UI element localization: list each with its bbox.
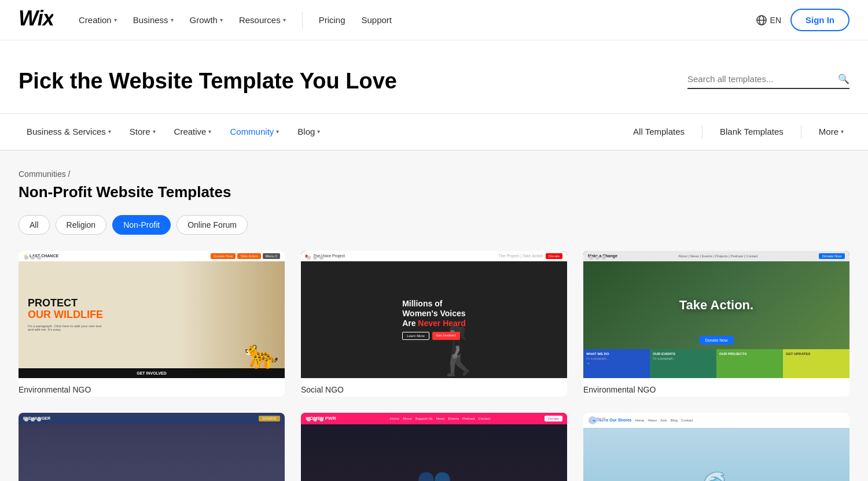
chevron-down-icon: ▾ <box>317 128 320 135</box>
template-nav-text: The Project | Take Action <box>498 254 543 258</box>
cat-divider-2 <box>801 125 801 139</box>
cat-creative[interactable]: Creative ▾ <box>166 122 220 141</box>
template-grid: ⚡ LAST CHANCE Donate Now Take Action Men… <box>19 251 849 481</box>
nav-pricing[interactable]: Pricing <box>312 10 352 29</box>
header-nav: Home About Support Us News Events Podcas… <box>390 417 490 420</box>
language-selector[interactable]: EN <box>756 15 781 25</box>
template-header-bar: ▶ The Voice Project The Project | Take A… <box>301 251 567 261</box>
dot-1 <box>24 417 28 421</box>
template-thumbnail: ▶ The Voice Project The Project | Take A… <box>301 251 567 378</box>
more-link[interactable]: More ▾ <box>813 122 849 141</box>
template-header-buttons: Donate Now Take Action Menu ≡ <box>211 253 280 259</box>
blank-templates-link[interactable]: Blank Templates <box>714 122 789 141</box>
filter-religion[interactable]: Religion <box>56 215 107 235</box>
window-dots <box>19 413 47 426</box>
sign-in-button[interactable]: Sign In <box>790 9 849 31</box>
dot-2 <box>313 256 317 260</box>
page-title: Non-Profit Website Templates <box>19 183 849 201</box>
template-body-text: I'm a paragraph. Click here to add your … <box>28 324 103 331</box>
search-input[interactable] <box>687 74 838 84</box>
svg-text:Wix: Wix <box>19 7 53 29</box>
window-dots <box>301 413 329 426</box>
template-name: Social NGO <box>301 378 567 397</box>
dot-2 <box>595 256 599 260</box>
breadcrumb: Communities / <box>19 169 849 179</box>
search-icon[interactable]: 🔍 <box>838 73 849 84</box>
card-thumb-content: WOMEN PWR Home About Support Us News Eve… <box>301 413 567 481</box>
template-card[interactable]: ⚡ LAST CHANCE Donate Now Take Action Men… <box>19 251 285 397</box>
category-items: Business & Services ▾ Store ▾ Creative ▾… <box>19 122 627 141</box>
all-templates-link[interactable]: All Templates <box>627 122 690 141</box>
nav-support[interactable]: Support <box>355 10 399 29</box>
chevron-down-icon: ▾ <box>208 128 211 135</box>
dot-1 <box>307 417 311 421</box>
nav-growth[interactable]: Growth ▾ <box>183 10 230 29</box>
nav-resources[interactable]: Resources ▾ <box>232 10 293 29</box>
template-card[interactable]: ▶ The Voice Project The Project | Take A… <box>301 251 567 397</box>
cat-business-services[interactable]: Business & Services ▾ <box>19 122 119 141</box>
nav-links: Creation ▾ Business ▾ Growth ▾ Resources… <box>72 10 756 29</box>
template-hero-title: Millions ofWomen's VoicesAre Never Heard <box>402 299 466 328</box>
category-navigation: Business & Services ▾ Store ▾ Creative ▾… <box>0 114 868 151</box>
dot-1 <box>589 417 593 421</box>
chevron-down-icon: ▾ <box>220 17 223 23</box>
grid-get-updates: GET UPDATES <box>783 349 849 378</box>
template-header-bar: Save Our Shores Home About Acts Blog Con… <box>583 413 849 428</box>
donate-btn: DONATE <box>259 416 280 421</box>
dot-2 <box>595 417 599 421</box>
dot-2 <box>31 256 35 260</box>
card-thumb-content: END HUNGER DONATE 👤 EndHunger. <box>19 413 285 481</box>
hero-section: Pick the Website Template You Love 🔍 <box>0 40 868 114</box>
template-card[interactable]: WOMEN PWR Home About Support Us News Eve… <box>301 413 567 481</box>
wave-illustration: 🌊 <box>702 470 731 481</box>
template-hero-image: 👤 EndHunger. <box>19 424 285 481</box>
template-header-bar: ⚡ LAST CHANCE Donate Now Take Action Men… <box>19 251 285 261</box>
category-right: All Templates Blank Templates More ▾ <box>627 122 849 141</box>
dot-2 <box>313 417 317 421</box>
group-illustration: 👥 <box>416 465 452 481</box>
template-header-bar: Make a Change About | News | Events | Pr… <box>583 251 849 261</box>
learn-more-btn: Learn More <box>402 332 429 340</box>
template-hero-title: Take Action. <box>679 298 753 313</box>
chevron-down-icon: ▾ <box>276 128 279 135</box>
filter-tabs: All Religion Non-Profit Online Forum <box>19 215 849 235</box>
template-thumbnail: WOMEN PWR Home About Support Us News Eve… <box>301 413 567 481</box>
template-hero-image: 👥 <box>301 424 567 481</box>
template-hero-title: PROTECTOUR WILDLIFE <box>28 298 275 321</box>
template-card[interactable]: Make a Change About | News | Events | Pr… <box>583 251 849 397</box>
template-hero-text: Millions ofWomen's VoicesAre Never Heard… <box>391 287 477 351</box>
grid-our-events: OUR EVENTS I'm a paragraph... <box>650 349 716 378</box>
cat-store[interactable]: Store ▾ <box>122 122 164 141</box>
dot-1 <box>24 256 28 260</box>
filter-all[interactable]: All <box>19 215 50 235</box>
grid-what-we-do: WHAT WE DO I'm a paragraph... → <box>583 349 650 378</box>
filter-nonprofit[interactable]: Non-Profit <box>112 215 171 235</box>
nav-divider <box>302 12 303 28</box>
template-card[interactable]: END HUNGER DONATE 👤 EndHunger. <box>19 413 285 481</box>
breadcrumb-separator: / <box>68 169 71 179</box>
wix-logo[interactable]: Wix <box>19 7 53 33</box>
cat-blog[interactable]: Blog ▾ <box>289 122 328 141</box>
action-btn: Take Action <box>237 253 261 259</box>
breadcrumb-parent[interactable]: Communities <box>19 169 66 179</box>
template-cta: GET INVOLVED <box>19 368 285 378</box>
search-wrapper: 🔍 <box>687 73 849 89</box>
top-navigation: Wix Creation ▾ Business ▾ Growth ▾ Resou… <box>0 0 868 40</box>
nav-business[interactable]: Business ▾ <box>126 10 181 29</box>
template-thumbnail: Save Our Shores Home About Acts Blog Con… <box>583 413 849 481</box>
cat-community[interactable]: Community ▾ <box>222 122 287 141</box>
dot-3 <box>319 417 323 421</box>
chevron-down-icon: ▾ <box>108 128 111 135</box>
dot-3 <box>37 256 41 260</box>
template-card[interactable]: Save Our Shores Home About Acts Blog Con… <box>583 413 849 481</box>
nav-creation[interactable]: Creation ▾ <box>72 10 124 29</box>
dot-3 <box>602 417 606 421</box>
donate-btn: Donate Now <box>211 253 236 259</box>
template-thumbnail: ⚡ LAST CHANCE Donate Now Take Action Men… <box>19 251 285 378</box>
menu-btn: Menu ≡ <box>263 253 280 259</box>
template-project-name: The Voice Project <box>313 254 496 258</box>
globe-icon <box>756 15 767 25</box>
hero-title: Pick the Website Template You Love <box>19 68 397 95</box>
filter-online-forum[interactable]: Online Forum <box>176 215 248 235</box>
template-name: Environmental NGO <box>19 378 285 397</box>
